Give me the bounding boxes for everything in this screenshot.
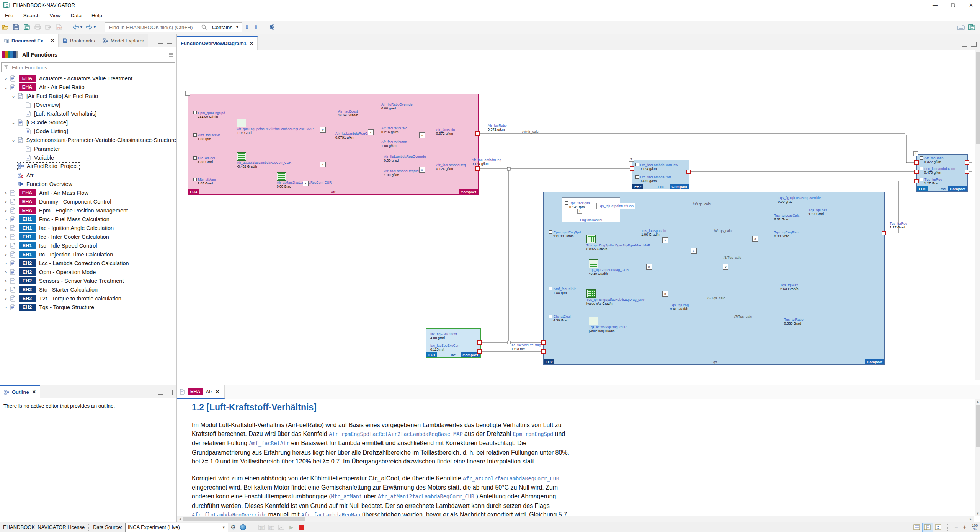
tqs-node-Epm_rpmEngSpd[interactable]: Epm_rpmEngSpd231.00 U/min	[549, 230, 581, 238]
minimize-button[interactable]: —	[926, 0, 944, 10]
document-vertical-scrollbar[interactable]: ▲ ▼	[975, 399, 980, 516]
tab-afr-document[interactable]: EHA Afr ✕	[177, 385, 225, 399]
parameter-link[interactable]: Afr_flgLambdaReqOverride	[192, 512, 266, 516]
afr-node-Ctc_atCool[interactable]: Ctc_atCool4.38 Grad	[193, 156, 215, 164]
document-content[interactable]: 1.2 [Luft-Kraftstoff-Verhältnis] Im Modu…	[177, 399, 974, 516]
operator-block[interactable]: ×	[723, 264, 728, 270]
close-icon[interactable]: ✕	[250, 41, 253, 46]
zoom-in-button[interactable]: +	[960, 524, 969, 531]
diagram-vertical-scrollbar[interactable]	[975, 50, 980, 380]
data-source-dropdown[interactable]: INCA Experiment (Live) ▼	[125, 523, 228, 532]
tree-item-itc-injection-time-calculation[interactable]: ›EH1Itc - Injection Time Calculation	[0, 250, 176, 259]
tqs-node-Tqs_flgTqiLossReqOverride[interactable]: Tqs_flgTqiLossReqOverride0.00 grad	[778, 196, 821, 204]
close-icon[interactable]: ✕	[32, 389, 36, 395]
tree-item-variable[interactable]: Variable	[0, 153, 176, 162]
operator-block[interactable]: »	[419, 167, 425, 173]
map-block-Tqs_atCool2tqiDrag_CUR[interactable]: Tqs_atCool2tqiDrag_CUR[value n/a] Grad/h	[589, 317, 627, 333]
tree-item-sensors-sensor-value-treatment[interactable]: ›EH2Sensors - Sensor Value Treatment	[0, 276, 176, 285]
tree-item-fmc-fuel-mass-calculation[interactable]: ›EH1Fmc - Fuel Mass Calculation	[0, 215, 176, 224]
parameter-link[interactable]: Epm_rpmEngSpd	[513, 431, 553, 437]
chevron-collapsed-icon[interactable]: ›	[3, 234, 8, 240]
afr-node-Afr_facLambdaReqCalc[interactable]: Afr_facLambdaReqCalc0.0791 g/km	[335, 132, 372, 139]
tree-item-dummy-component-control[interactable]: ›EHADummy - Component Control	[0, 197, 176, 206]
chevron-collapsed-icon[interactable]: ›	[3, 261, 8, 266]
tree-item-systemconstant-parameter-variable-classi[interactable]: ⌄Systemconstant-Parameter-Variable-Class…	[0, 135, 176, 144]
chevron-collapsed-icon[interactable]: ›	[3, 225, 8, 231]
save-button[interactable]	[11, 22, 21, 32]
tree-item-stc-starter-calculation[interactable]: ›EH2Stc - Starter Calculation	[0, 285, 176, 294]
measure-window-icon[interactable]: M	[256, 523, 266, 532]
global-search-input[interactable]	[108, 24, 201, 31]
chevron-collapsed-icon[interactable]: ›	[3, 208, 8, 213]
maximize-view-icon[interactable]	[971, 42, 977, 47]
diagram-block-lcc[interactable]: Lcc_facLambdaCorrRaw0.124 g/kmLcc_facLam…	[632, 160, 689, 189]
chevron-collapsed-icon[interactable]: ›	[3, 76, 8, 81]
view-menu-icon[interactable]	[168, 52, 174, 57]
operator-block[interactable]: ×	[320, 162, 326, 167]
fmc-node-Afr_facRatio[interactable]: Afr_facRatio0.372 g/km	[920, 156, 944, 164]
tqs-node-Tqs_tqiSetpointCtrlCon[interactable]: Tqs_tqiSetpointCtrlCon	[596, 203, 635, 209]
tqs-node-Tqs_tqiRatio[interactable]: Tqs_tqiRatio0.363 Grad	[784, 318, 804, 325]
search-previous-button[interactable]: ⇧	[252, 24, 261, 31]
virtual-keyboard-icon[interactable]	[956, 22, 966, 32]
menu-data[interactable]: Data	[66, 13, 87, 18]
tree-item-isc-idle-speed-control[interactable]: ›EH1Isc - Idle Speed Control	[0, 241, 176, 250]
chevron-expanded-icon[interactable]: ⌄	[11, 137, 16, 143]
layout-presentation-button[interactable]	[933, 523, 944, 532]
afr-node-Afr_facRatioCalc[interactable]: Afr_facRatioCalc0.216 g/km	[381, 126, 407, 134]
search-settings-icon[interactable]	[267, 22, 278, 32]
operator-block[interactable]: »	[691, 248, 697, 254]
layout-document-only-button[interactable]	[911, 523, 922, 532]
afr-node-Afr_facRatioMan[interactable]: Afr_facRatioMan1.00 g/km	[381, 140, 407, 148]
iac-node-Iac_facSocExcCorr[interactable]: Iac_facSocExcCorr0.113 m/t	[430, 344, 460, 351]
experiment-view-icon[interactable]	[276, 523, 286, 532]
tqs-node-Tqs_tqiDrag[interactable]: Tqs_tqiDrag9.41 Grad/h	[670, 303, 689, 311]
minimize-view-icon[interactable]	[962, 45, 967, 47]
tree-item--code-listing-[interactable]: [Code Listing]	[0, 127, 176, 135]
map-block-Afr_atCool2facLambdaReqCorr_CUR[interactable]: Afr_atCool2facLambdaReqCorr_CUR-0.402 Gr…	[237, 152, 291, 168]
tab-function-overview-diagram[interactable]: FunctionOverviewDiagram1 ✕	[177, 36, 258, 50]
afr-node-Amf_facRelAir[interactable]: Amf_facRelAir1.88 rpm	[193, 133, 220, 141]
diagram-block-iac[interactable]: Iac_flgFuelCutOff4.00 gradIac_facSocExcC…	[426, 328, 481, 358]
tqs-node-Bpc_facBgas[interactable]: Bpc_facBgas0.141 rpm	[565, 201, 590, 209]
tree-item-afr[interactable]: cAfr	[0, 171, 176, 180]
operator-block[interactable]: »	[752, 236, 758, 242]
chevron-collapsed-icon[interactable]: ›	[3, 296, 8, 301]
collapse-block-button[interactable]: −	[185, 91, 190, 96]
tree-item--air-fuel-ratio-air-fuel-ratio[interactable]: ⌄[Air Fuel Ratio] Air Fuel Ratio	[0, 91, 176, 100]
menu-help[interactable]: Help	[87, 13, 107, 18]
export-button[interactable]	[43, 22, 54, 32]
chevron-collapsed-icon[interactable]: ›	[3, 217, 8, 222]
tqs-node-Ctc_atCool[interactable]: Ctc_atCool4.39 Grad	[549, 315, 571, 322]
restore-button[interactable]	[944, 0, 962, 10]
afr-node-Epm_rpmEngSpd[interactable]: Epm_rpmEngSpd231.00 U/min	[193, 111, 225, 119]
tree-item-epm-engine-position-management[interactable]: ›EHAEpm - Engine Position Management	[0, 206, 176, 215]
tree-item-amf-air-mass-flow[interactable]: ›EHAAmf - Air Mass Flow	[0, 188, 176, 197]
diagram-block-afr[interactable]: Epm_rpmEngSpd231.00 U/minAmf_facRelAir1.…	[188, 94, 479, 195]
parameter-link[interactable]: Amf_facRelAir	[249, 440, 289, 446]
fmc-node-Lcc_facLambdaCorr[interactable]: Lcc_facLambdaCorr0.470 g/km	[920, 167, 956, 175]
afr-node-Afr_flgRatioOverride[interactable]: Afr_flgRatioOverride0.00 grad	[381, 103, 413, 110]
filter-functions-box[interactable]	[1, 62, 175, 72]
parameter-link[interactable]: Afr_facLambdaReqMan	[301, 512, 360, 516]
lcc-node-Lcc_facLambdaCorr[interactable]: Lcc_facLambdaCorr0.470 g/km	[635, 175, 671, 183]
chevron-collapsed-icon[interactable]: ›	[3, 252, 8, 257]
document-horizontal-scrollbar[interactable]: ◄ ►	[177, 516, 974, 522]
pdf-export-button[interactable]: PDF	[54, 22, 64, 32]
chevron-collapsed-icon[interactable]: ›	[3, 243, 8, 248]
chevron-collapsed-icon[interactable]: ›	[3, 278, 8, 284]
tqs-node-Tqs_tqiLossCalc[interactable]: Tqs_tqiLossCalc6.81 Grad	[774, 214, 800, 221]
open-file-button[interactable]	[0, 22, 11, 32]
expand-block-button[interactable]: +	[629, 157, 634, 162]
chevron-expanded-icon[interactable]: ⌄	[3, 85, 8, 90]
operator-block[interactable]: »	[419, 132, 425, 138]
zoom-out-button[interactable]: −	[952, 524, 960, 531]
afr-node-Mtc_atMani[interactable]: Mtc_atMani2.83 Grad	[193, 178, 216, 185]
diagram-canvas[interactable]: Epm_rpmEngSpd231.00 U/minAmf_facRelAir1.…	[177, 50, 972, 380]
start-measurement-icon[interactable]: ▶	[286, 523, 296, 532]
experiment-settings-gear-icon[interactable]: ⚙	[228, 523, 238, 532]
menu-search[interactable]: Search	[18, 13, 45, 18]
tree-item--luft-kraftstoff-verh-ltnis-[interactable]: [Luft-Kraftstoff-Verhältnis]	[0, 109, 176, 118]
tab-document-explorer[interactable]: Document Ex... ✕	[0, 34, 59, 47]
tree-item--overview-[interactable]: [Overview]	[0, 100, 176, 109]
